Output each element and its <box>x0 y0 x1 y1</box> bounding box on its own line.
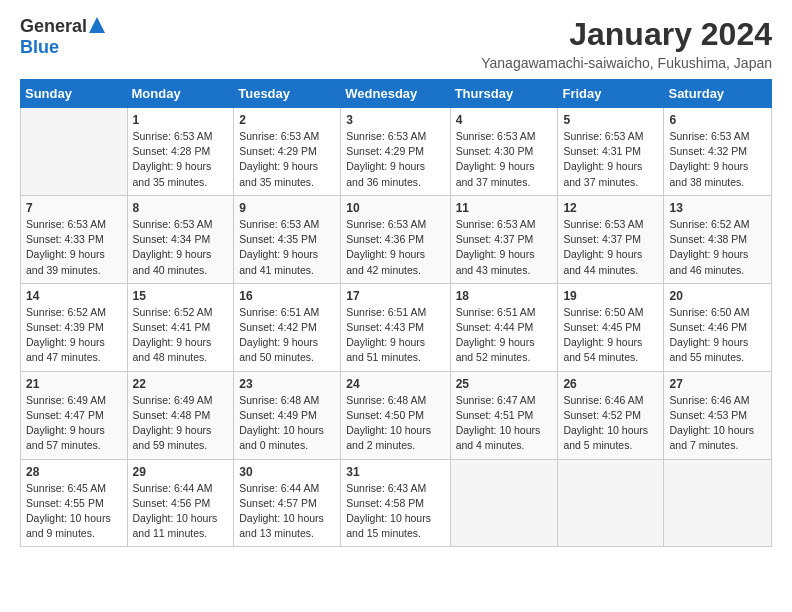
day-number: 31 <box>346 465 444 479</box>
calendar-week-row: 14Sunrise: 6:52 AM Sunset: 4:39 PM Dayli… <box>21 283 772 371</box>
title-section: January 2024 Yanagawamachi-saiwaicho, Fu… <box>481 16 772 71</box>
header-day: Monday <box>127 80 234 108</box>
location: Yanagawamachi-saiwaicho, Fukushima, Japa… <box>481 55 772 71</box>
calendar-week-row: 1Sunrise: 6:53 AM Sunset: 4:28 PM Daylig… <box>21 108 772 196</box>
day-number: 2 <box>239 113 335 127</box>
day-info: Sunrise: 6:48 AM Sunset: 4:50 PM Dayligh… <box>346 393 444 454</box>
calendar-cell: 1Sunrise: 6:53 AM Sunset: 4:28 PM Daylig… <box>127 108 234 196</box>
day-info: Sunrise: 6:50 AM Sunset: 4:46 PM Dayligh… <box>669 305 766 366</box>
day-info: Sunrise: 6:50 AM Sunset: 4:45 PM Dayligh… <box>563 305 658 366</box>
header-day: Tuesday <box>234 80 341 108</box>
calendar-cell: 14Sunrise: 6:52 AM Sunset: 4:39 PM Dayli… <box>21 283 128 371</box>
day-number: 25 <box>456 377 553 391</box>
day-info: Sunrise: 6:45 AM Sunset: 4:55 PM Dayligh… <box>26 481 122 542</box>
day-info: Sunrise: 6:52 AM Sunset: 4:38 PM Dayligh… <box>669 217 766 278</box>
logo-blue: Blue <box>20 37 59 58</box>
calendar-cell: 31Sunrise: 6:43 AM Sunset: 4:58 PM Dayli… <box>341 459 450 547</box>
calendar-cell: 21Sunrise: 6:49 AM Sunset: 4:47 PM Dayli… <box>21 371 128 459</box>
day-number: 22 <box>133 377 229 391</box>
calendar-cell: 9Sunrise: 6:53 AM Sunset: 4:35 PM Daylig… <box>234 195 341 283</box>
day-info: Sunrise: 6:48 AM Sunset: 4:49 PM Dayligh… <box>239 393 335 454</box>
day-number: 17 <box>346 289 444 303</box>
day-number: 7 <box>26 201 122 215</box>
calendar-header-row: SundayMondayTuesdayWednesdayThursdayFrid… <box>21 80 772 108</box>
calendar-cell: 23Sunrise: 6:48 AM Sunset: 4:49 PM Dayli… <box>234 371 341 459</box>
day-info: Sunrise: 6:44 AM Sunset: 4:56 PM Dayligh… <box>133 481 229 542</box>
calendar-cell <box>21 108 128 196</box>
calendar-cell: 12Sunrise: 6:53 AM Sunset: 4:37 PM Dayli… <box>558 195 664 283</box>
calendar-cell: 16Sunrise: 6:51 AM Sunset: 4:42 PM Dayli… <box>234 283 341 371</box>
day-info: Sunrise: 6:52 AM Sunset: 4:39 PM Dayligh… <box>26 305 122 366</box>
calendar-cell: 30Sunrise: 6:44 AM Sunset: 4:57 PM Dayli… <box>234 459 341 547</box>
calendar-cell: 13Sunrise: 6:52 AM Sunset: 4:38 PM Dayli… <box>664 195 772 283</box>
calendar-cell <box>558 459 664 547</box>
calendar-cell: 27Sunrise: 6:46 AM Sunset: 4:53 PM Dayli… <box>664 371 772 459</box>
header-day: Wednesday <box>341 80 450 108</box>
day-number: 30 <box>239 465 335 479</box>
day-info: Sunrise: 6:53 AM Sunset: 4:29 PM Dayligh… <box>239 129 335 190</box>
day-info: Sunrise: 6:52 AM Sunset: 4:41 PM Dayligh… <box>133 305 229 366</box>
calendar-cell: 25Sunrise: 6:47 AM Sunset: 4:51 PM Dayli… <box>450 371 558 459</box>
day-number: 14 <box>26 289 122 303</box>
calendar-cell: 5Sunrise: 6:53 AM Sunset: 4:31 PM Daylig… <box>558 108 664 196</box>
day-info: Sunrise: 6:53 AM Sunset: 4:30 PM Dayligh… <box>456 129 553 190</box>
header-day: Friday <box>558 80 664 108</box>
calendar-cell: 29Sunrise: 6:44 AM Sunset: 4:56 PM Dayli… <box>127 459 234 547</box>
day-info: Sunrise: 6:43 AM Sunset: 4:58 PM Dayligh… <box>346 481 444 542</box>
logo-general: General <box>20 16 87 37</box>
day-info: Sunrise: 6:53 AM Sunset: 4:35 PM Dayligh… <box>239 217 335 278</box>
day-info: Sunrise: 6:49 AM Sunset: 4:47 PM Dayligh… <box>26 393 122 454</box>
day-number: 18 <box>456 289 553 303</box>
calendar-week-row: 21Sunrise: 6:49 AM Sunset: 4:47 PM Dayli… <box>21 371 772 459</box>
header-day: Sunday <box>21 80 128 108</box>
calendar-table: SundayMondayTuesdayWednesdayThursdayFrid… <box>20 79 772 547</box>
day-number: 27 <box>669 377 766 391</box>
calendar-cell: 18Sunrise: 6:51 AM Sunset: 4:44 PM Dayli… <box>450 283 558 371</box>
month-title: January 2024 <box>481 16 772 53</box>
day-info: Sunrise: 6:46 AM Sunset: 4:52 PM Dayligh… <box>563 393 658 454</box>
page-header: General Blue January 2024 Yanagawamachi-… <box>20 16 772 71</box>
logo: General Blue <box>20 16 105 58</box>
calendar-cell: 17Sunrise: 6:51 AM Sunset: 4:43 PM Dayli… <box>341 283 450 371</box>
day-number: 5 <box>563 113 658 127</box>
logo-icon <box>89 17 105 33</box>
day-info: Sunrise: 6:53 AM Sunset: 4:37 PM Dayligh… <box>456 217 553 278</box>
calendar-week-row: 7Sunrise: 6:53 AM Sunset: 4:33 PM Daylig… <box>21 195 772 283</box>
day-info: Sunrise: 6:53 AM Sunset: 4:36 PM Dayligh… <box>346 217 444 278</box>
calendar-cell: 11Sunrise: 6:53 AM Sunset: 4:37 PM Dayli… <box>450 195 558 283</box>
calendar-cell: 8Sunrise: 6:53 AM Sunset: 4:34 PM Daylig… <box>127 195 234 283</box>
day-number: 26 <box>563 377 658 391</box>
calendar-body: 1Sunrise: 6:53 AM Sunset: 4:28 PM Daylig… <box>21 108 772 547</box>
day-number: 11 <box>456 201 553 215</box>
day-info: Sunrise: 6:51 AM Sunset: 4:44 PM Dayligh… <box>456 305 553 366</box>
day-info: Sunrise: 6:49 AM Sunset: 4:48 PM Dayligh… <box>133 393 229 454</box>
day-number: 21 <box>26 377 122 391</box>
calendar-cell: 4Sunrise: 6:53 AM Sunset: 4:30 PM Daylig… <box>450 108 558 196</box>
day-number: 8 <box>133 201 229 215</box>
day-number: 4 <box>456 113 553 127</box>
day-info: Sunrise: 6:51 AM Sunset: 4:43 PM Dayligh… <box>346 305 444 366</box>
calendar-cell: 22Sunrise: 6:49 AM Sunset: 4:48 PM Dayli… <box>127 371 234 459</box>
day-number: 13 <box>669 201 766 215</box>
day-number: 28 <box>26 465 122 479</box>
day-number: 9 <box>239 201 335 215</box>
day-number: 19 <box>563 289 658 303</box>
calendar-cell: 26Sunrise: 6:46 AM Sunset: 4:52 PM Dayli… <box>558 371 664 459</box>
day-info: Sunrise: 6:44 AM Sunset: 4:57 PM Dayligh… <box>239 481 335 542</box>
day-number: 3 <box>346 113 444 127</box>
calendar-cell: 10Sunrise: 6:53 AM Sunset: 4:36 PM Dayli… <box>341 195 450 283</box>
day-number: 16 <box>239 289 335 303</box>
day-number: 12 <box>563 201 658 215</box>
day-info: Sunrise: 6:47 AM Sunset: 4:51 PM Dayligh… <box>456 393 553 454</box>
day-info: Sunrise: 6:53 AM Sunset: 4:32 PM Dayligh… <box>669 129 766 190</box>
calendar-cell: 2Sunrise: 6:53 AM Sunset: 4:29 PM Daylig… <box>234 108 341 196</box>
day-info: Sunrise: 6:53 AM Sunset: 4:29 PM Dayligh… <box>346 129 444 190</box>
day-number: 20 <box>669 289 766 303</box>
day-info: Sunrise: 6:46 AM Sunset: 4:53 PM Dayligh… <box>669 393 766 454</box>
calendar-cell <box>664 459 772 547</box>
calendar-cell: 19Sunrise: 6:50 AM Sunset: 4:45 PM Dayli… <box>558 283 664 371</box>
calendar-cell: 6Sunrise: 6:53 AM Sunset: 4:32 PM Daylig… <box>664 108 772 196</box>
calendar-cell: 24Sunrise: 6:48 AM Sunset: 4:50 PM Dayli… <box>341 371 450 459</box>
day-number: 15 <box>133 289 229 303</box>
day-number: 10 <box>346 201 444 215</box>
